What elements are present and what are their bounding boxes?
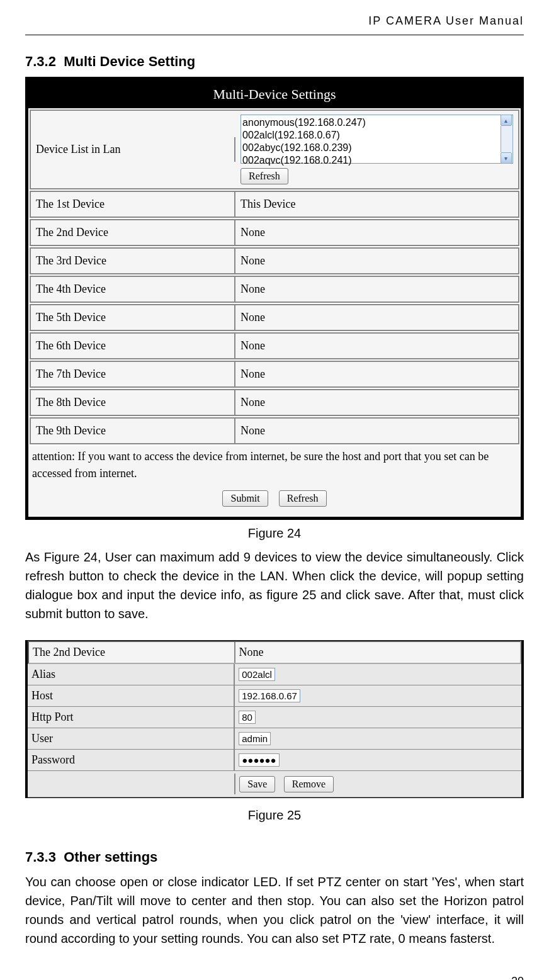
user-label: User — [28, 728, 235, 749]
scroll-track[interactable] — [501, 126, 513, 152]
section-heading-733: 7.3.3 Other settings — [25, 847, 524, 867]
host-input[interactable]: 192.168.0.67 — [239, 689, 300, 702]
password-label: Password — [28, 750, 235, 770]
device-label: The 3rd Device — [31, 249, 235, 273]
device-label: The 1st Device — [31, 192, 235, 217]
section-number: 7.3.3 — [25, 849, 56, 865]
table-row: The 5th Device None — [30, 304, 519, 331]
host-row: Host 192.168.0.67 — [28, 685, 521, 707]
refresh-button[interactable]: Refresh — [241, 168, 288, 184]
user-input[interactable]: admin — [239, 732, 271, 745]
scrollbar[interactable] — [501, 115, 513, 164]
list-item[interactable]: 002aqvc(192.168.0.241) — [242, 154, 511, 167]
device-list-cell: anonymous(192.168.0.247) 002alcl(192.168… — [235, 111, 518, 188]
save-button[interactable]: Save — [239, 776, 275, 792]
device-value[interactable]: None — [235, 334, 518, 358]
list-item[interactable]: anonymous(192.168.0.247) — [242, 116, 511, 129]
paragraph-2: You can choose open or close indicator L… — [25, 872, 524, 948]
httpport-input[interactable]: 80 — [239, 711, 256, 724]
figure25-button-row: Save Remove — [28, 771, 521, 797]
table-row: The 9th Device None — [30, 417, 519, 444]
header-rule — [25, 35, 524, 35]
table-row: The 6th Device None — [30, 332, 519, 359]
device-list-row: Device List in Lan anonymous(192.168.0.2… — [30, 110, 519, 189]
figure25-header-value: None — [235, 642, 520, 663]
figure-25-caption: Figure 25 — [25, 806, 524, 825]
section-title-text: Other settings — [64, 849, 157, 865]
figure25-header-row: The 2nd Device None — [28, 641, 521, 664]
list-item[interactable]: 002alcl(192.168.0.67) — [242, 129, 511, 142]
page-header: IP CAMERA User Manual — [25, 13, 524, 30]
alias-input[interactable]: 002alcl — [239, 668, 275, 681]
device-value[interactable]: None — [235, 220, 518, 245]
device-value[interactable]: None — [235, 305, 518, 330]
table-row: The 2nd Device None — [30, 219, 519, 246]
device-value[interactable]: None — [235, 390, 518, 415]
section-title-text: Multi Device Setting — [64, 54, 195, 69]
device-value[interactable]: None — [235, 249, 518, 273]
device-label: The 6th Device — [31, 334, 235, 358]
submit-button[interactable]: Submit — [222, 490, 268, 507]
password-input[interactable]: ●●●●●● — [239, 753, 279, 767]
host-label: Host — [28, 685, 235, 706]
table-row: The 4th Device None — [30, 276, 519, 303]
httpport-label: Http Port — [28, 707, 235, 728]
table-row: The 3rd Device None — [30, 247, 519, 274]
section-number: 7.3.2 — [25, 54, 56, 69]
submit-row: Submit Refresh — [28, 485, 521, 517]
password-row: Password ●●●●●● — [28, 750, 521, 771]
device-label: The 8th Device — [31, 390, 235, 415]
user-row: User admin — [28, 728, 521, 750]
section-heading-732: 7.3.2 Multi Device Setting — [25, 51, 524, 72]
device-label: The 9th Device — [31, 419, 235, 443]
scroll-down-icon[interactable] — [501, 152, 512, 164]
device-value[interactable]: This Device — [235, 192, 518, 217]
alias-label: Alias — [28, 664, 235, 685]
device-list-label: Device List in Lan — [31, 137, 235, 162]
remove-button[interactable]: Remove — [284, 776, 334, 792]
figure25-header-label: The 2nd Device — [29, 642, 235, 663]
refresh-button-bottom[interactable]: Refresh — [279, 490, 327, 507]
figure-24-caption: Figure 24 — [25, 524, 524, 543]
device-label: The 7th Device — [31, 362, 235, 386]
device-value[interactable]: None — [235, 277, 518, 301]
device-label: The 5th Device — [31, 305, 235, 330]
alias-row: Alias 002alcl — [28, 664, 521, 685]
device-label: The 2nd Device — [31, 220, 235, 245]
paragraph-1: As Figure 24, User can maximum add 9 dev… — [25, 548, 524, 623]
figure-25-box: The 2nd Device None Alias 002alcl Host 1… — [25, 640, 524, 798]
page-number: 20 — [25, 973, 524, 980]
table-row: The 8th Device None — [30, 389, 519, 416]
device-list-box[interactable]: anonymous(192.168.0.247) 002alcl(192.168… — [241, 115, 513, 164]
httpport-row: Http Port 80 — [28, 707, 521, 728]
device-value[interactable]: None — [235, 419, 518, 443]
scroll-up-icon[interactable] — [501, 115, 512, 126]
table-row: The 7th Device None — [30, 361, 519, 388]
table-row: The 1st Device This Device — [30, 191, 519, 218]
attention-text: attention: If you want to access the dev… — [28, 446, 521, 485]
device-value[interactable]: None — [235, 362, 518, 386]
device-label: The 4th Device — [31, 277, 235, 301]
multi-device-titlebar: Multi-Device Settings — [28, 80, 521, 108]
figure-24-box: Multi-Device Settings Device List in Lan… — [25, 77, 524, 520]
list-item[interactable]: 002abyc(192.168.0.239) — [242, 142, 511, 154]
